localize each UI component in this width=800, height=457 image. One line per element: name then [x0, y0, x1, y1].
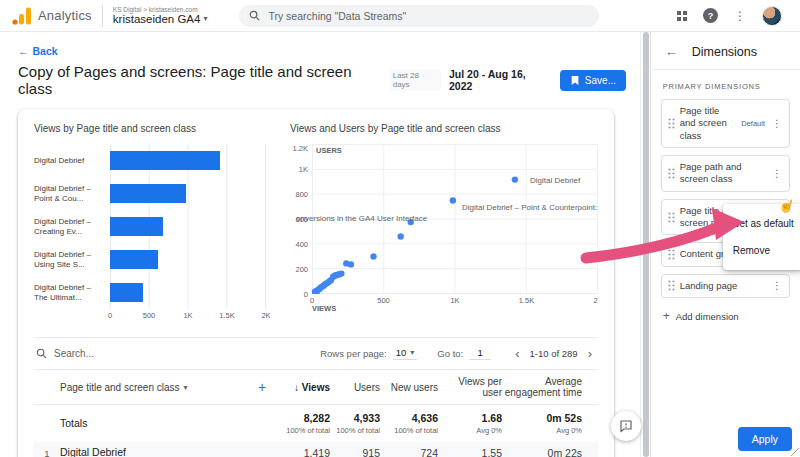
save-label: Save...	[585, 75, 616, 86]
dimension-card-page-title-screen-class[interactable]: Page title and screen class Default ⋮	[661, 99, 790, 148]
dimension-kebab-icon[interactable]: ⋮	[770, 118, 784, 129]
date-range-picker[interactable]: Jul 20 - Aug 16, 2022	[449, 68, 552, 92]
x-tick: 0	[108, 311, 112, 320]
bar-row: Digital Debrief – Point & Cou...	[34, 177, 266, 210]
dimension-label: Landing page	[680, 280, 765, 292]
table-row[interactable]: 1 Digital Debrief 1,419 915 724 1.55 0m …	[34, 442, 598, 457]
cell-new-users: 724	[380, 447, 438, 457]
table-search-placeholder: Search...	[54, 348, 94, 359]
analytics-bars-icon	[10, 6, 32, 26]
chevron-down-icon: ▾	[203, 15, 207, 24]
column-header-views-per-user[interactable]: Views per user	[438, 376, 502, 398]
column-header-new-users[interactable]: New users	[380, 382, 438, 393]
bar[interactable]	[110, 217, 163, 236]
sort-desc-icon: ↓	[294, 382, 299, 393]
total-views-per-user: 1.68	[438, 412, 502, 424]
plus-icon: +	[663, 309, 670, 323]
help-icon[interactable]: ?	[703, 8, 718, 23]
dimension-header[interactable]: Page title and screen class ▾	[60, 382, 252, 393]
bar[interactable]	[110, 151, 220, 170]
cell-engagement: 0m 22s	[502, 447, 582, 457]
report-main: ← Back Copy of Pages and screens: Page t…	[0, 32, 640, 457]
bar[interactable]	[110, 250, 158, 269]
property-name: kristaseiden GA4	[113, 13, 201, 26]
apps-grid-icon[interactable]	[677, 11, 681, 15]
add-column-button[interactable]: +	[252, 379, 272, 395]
x-tick: 2K	[261, 311, 270, 320]
y-tick: 1.2K	[293, 144, 308, 153]
row-name: Digital Debrief	[60, 446, 252, 457]
drag-handle-icon[interactable]	[668, 212, 675, 223]
back-link[interactable]: ← Back	[18, 45, 58, 57]
feedback-button[interactable]	[611, 411, 641, 441]
cell-views: 1,419	[272, 447, 330, 457]
total-sub: 100% of total	[380, 426, 438, 435]
save-button[interactable]: Save...	[560, 70, 626, 91]
x-tick: 1K	[450, 296, 459, 305]
total-new-users: 4,636	[380, 412, 438, 424]
apply-button[interactable]: Apply	[738, 427, 792, 451]
table-search-input[interactable]: Search...	[36, 348, 94, 359]
global-search-input[interactable]: Try searching "Data Streams"	[239, 5, 599, 27]
y-tick: 400	[295, 240, 308, 249]
bar-label: Digital Debrief – Using Site S...	[34, 250, 110, 270]
bar[interactable]	[110, 283, 143, 302]
total-sub: Avg 0%	[502, 426, 582, 435]
column-header-avg-engagement[interactable]: Average engagement time	[502, 376, 582, 398]
kebab-menu-icon[interactable]: ⋮	[734, 9, 746, 23]
rows-per-page-select[interactable]: 10 ▾	[393, 347, 418, 360]
brand-name: Analytics	[38, 8, 92, 23]
column-header-views[interactable]: ↓ Views	[272, 382, 330, 393]
bar[interactable]	[110, 184, 186, 203]
totals-row: Totals 8,282100% of total 4,933100% of t…	[34, 405, 598, 442]
bar-row: Digital Debrief – Using Site S...	[34, 243, 266, 276]
data-table: Page title and screen class ▾ + ↓ Views …	[34, 369, 598, 457]
menu-item-set-as-default[interactable]: Set as default	[723, 210, 800, 237]
x-tick: 500	[143, 311, 156, 320]
drag-handle-icon[interactable]	[668, 280, 675, 291]
goto-input[interactable]: 1	[469, 347, 491, 360]
x-tick: 1.5K	[519, 296, 534, 305]
x-tick: 2K	[593, 296, 598, 305]
search-icon	[36, 348, 47, 359]
y-tick: 200	[295, 265, 308, 274]
y-tick: 800	[295, 190, 308, 199]
scatter-chart-title: Views and Users by Page title and screen…	[290, 123, 598, 134]
account-switcher[interactable]: KS Digital > kristaseiden.com kristaseid…	[113, 6, 208, 26]
x-axis-label: VIEWS	[312, 304, 336, 313]
bar-row: Digital Debrief – The Ultimat...	[34, 276, 266, 309]
row-number: 1	[34, 448, 60, 457]
menu-item-remove[interactable]: Remove	[723, 237, 800, 264]
cell-views-per-user: 1.55	[438, 447, 502, 457]
page-title: Copy of Pages and screens: Page title an…	[18, 63, 390, 97]
bar-label: Digital Debrief – The Ultimat...	[34, 283, 110, 303]
prev-page-button[interactable]: ‹	[511, 346, 523, 361]
dimension-kebab-icon[interactable]: ⋮	[770, 280, 784, 291]
scrollbar-thumb[interactable]	[643, 32, 649, 457]
goto-label: Go to:	[437, 348, 463, 359]
analytics-logo[interactable]: Analytics	[10, 6, 92, 26]
add-dimension-button[interactable]: + Add dimension	[661, 305, 790, 327]
dimension-kebab-icon[interactable]: ⋮	[770, 168, 784, 179]
next-page-button[interactable]: ›	[584, 346, 596, 361]
drag-handle-icon[interactable]	[668, 118, 675, 129]
scatter-plot-area[interactable]: USERS Digital Debrief Digital Debrief – …	[312, 144, 598, 294]
dimension-card-landing-page[interactable]: Landing page ⋮	[661, 274, 790, 298]
pagination-range: 1-10 of 289	[530, 348, 578, 359]
search-placeholder: Try searching "Data Streams"	[268, 10, 406, 22]
drag-handle-icon[interactable]	[668, 168, 675, 179]
total-sub: Avg 0%	[438, 426, 502, 435]
dimension-card-page-path-screen-class[interactable]: Page path and screen class ⋮	[661, 155, 790, 192]
totals-label: Totals	[60, 417, 252, 431]
drag-handle-icon[interactable]	[668, 249, 675, 260]
column-header-users[interactable]: Users	[330, 382, 380, 393]
avatar[interactable]	[762, 6, 782, 26]
panel-back-icon[interactable]: ←	[665, 44, 678, 59]
point-label: Digital Debrief – Point & Counterpoint: …	[462, 203, 598, 212]
scatter-chart: Views and Users by Page title and screen…	[290, 123, 598, 323]
rows-per-page-label: Rows per page:	[320, 348, 387, 359]
feedback-bubble-icon	[619, 419, 633, 433]
cell-users: 915	[330, 447, 380, 457]
resize-handle[interactable]	[791, 448, 799, 456]
dimensions-panel: ← Dimensions PRIMARY DIMENSIONS Page tit…	[650, 32, 800, 457]
